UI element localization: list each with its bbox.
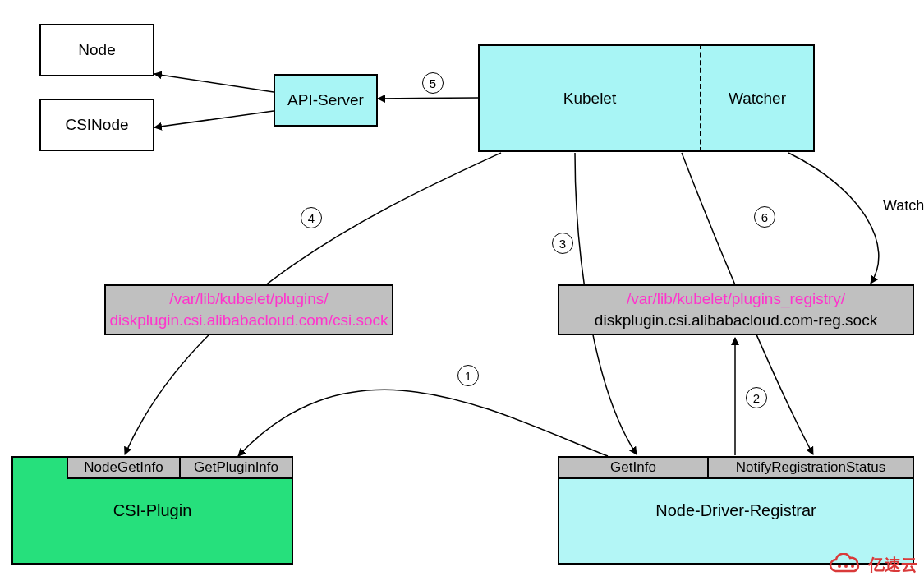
watcher-box: Watcher bbox=[700, 44, 815, 152]
api-server-label: API-Server bbox=[287, 91, 364, 109]
watch-label: Watch bbox=[883, 197, 924, 214]
getplugininfo-label: GetPluginInfo bbox=[194, 459, 278, 476]
svg-point-1 bbox=[844, 565, 848, 568]
nodegetinfo-label: NodeGetInfo bbox=[84, 459, 163, 476]
csinode-box: CSINode bbox=[39, 99, 154, 151]
sock-right-box: /var/lib/kubelet/plugins_registry/ diskp… bbox=[558, 284, 914, 335]
getinfo-endpoint: GetInfo bbox=[558, 456, 709, 479]
node-box: Node bbox=[39, 24, 154, 76]
sock-left-box: /var/lib/kubelet/plugins/ diskplugin.csi… bbox=[104, 284, 393, 335]
watermark: 亿速云 bbox=[827, 553, 917, 576]
api-server-box: API-Server bbox=[274, 74, 378, 127]
getinfo-label: GetInfo bbox=[610, 459, 656, 476]
svg-point-0 bbox=[838, 565, 841, 568]
ndr-title: Node-Driver-Registrar bbox=[655, 501, 816, 520]
notify-label: NotifyRegistrationStatus bbox=[736, 459, 885, 476]
step-6: 6 bbox=[754, 206, 775, 228]
notify-endpoint: NotifyRegistrationStatus bbox=[707, 456, 914, 479]
watcher-label: Watcher bbox=[729, 90, 786, 108]
sock-right-path: /var/lib/kubelet/plugins_registry/ bbox=[627, 288, 845, 310]
cloud-icon bbox=[827, 553, 863, 576]
getplugininfo-endpoint: GetPluginInfo bbox=[179, 456, 293, 479]
kubelet-label: Kubelet bbox=[563, 90, 616, 108]
csi-plugin-title: CSI-Plugin bbox=[113, 501, 192, 520]
watermark-text: 亿速云 bbox=[868, 554, 917, 576]
sock-left-path: /var/lib/kubelet/plugins/ bbox=[169, 288, 328, 310]
sock-left-file: diskplugin.csi.alibabacloud.com/csi.sock bbox=[110, 310, 388, 331]
csinode-label: CSINode bbox=[65, 116, 128, 134]
step-5: 5 bbox=[422, 72, 444, 94]
sock-right-file: diskplugin.csi.alibabacloud.com-reg.sock bbox=[595, 310, 877, 331]
step-2: 2 bbox=[746, 387, 767, 408]
svg-point-2 bbox=[851, 565, 854, 568]
step-4: 4 bbox=[301, 207, 322, 228]
nodegetinfo-endpoint: NodeGetInfo bbox=[67, 456, 181, 479]
node-label: Node bbox=[78, 41, 115, 59]
step-1: 1 bbox=[457, 365, 479, 386]
kubelet-box: Kubelet bbox=[478, 44, 701, 152]
step-3: 3 bbox=[552, 233, 573, 254]
